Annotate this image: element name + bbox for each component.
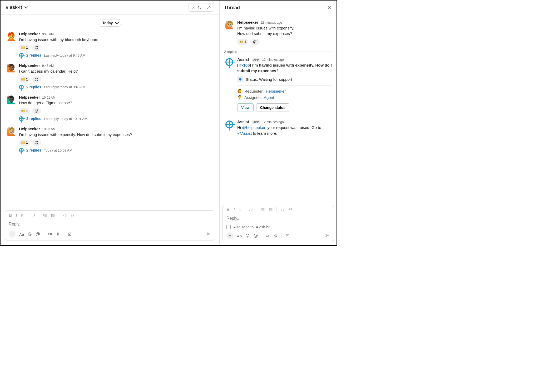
attach-button[interactable]: + — [226, 232, 233, 239]
mention[interactable]: @helpseeker — [242, 125, 265, 130]
mic-button[interactable] — [56, 232, 60, 236]
add-reaction-button[interactable] — [250, 39, 259, 45]
avatar[interactable]: 🧑‍🦰 — [6, 31, 16, 42]
channel-title[interactable]: # ask-it — [6, 5, 27, 10]
italic-button[interactable]: I — [16, 213, 17, 218]
chevron-down-icon — [115, 21, 119, 24]
mention[interactable]: @Assist — [237, 131, 252, 135]
bold-button[interactable]: B — [226, 207, 230, 212]
lifesaver-icon — [19, 148, 24, 153]
reaction[interactable]: 🎫 1 — [19, 44, 30, 51]
avatar[interactable]: 🙋🏿‍♂️ — [6, 95, 16, 105]
thread-summary[interactable]: 2 replies Last reply today at 9:48 AM — [19, 85, 214, 89]
code-button[interactable] — [280, 208, 285, 212]
message-text: I’m having issues with expensify. How do… — [19, 132, 214, 138]
reaction-emoji: 🎫 — [21, 46, 25, 49]
bullet-list-button[interactable] — [269, 208, 273, 212]
view-button[interactable]: View — [237, 103, 254, 112]
svg-point-1 — [208, 6, 209, 7]
also-send-checkbox[interactable] — [226, 225, 231, 229]
send-button[interactable] — [206, 231, 211, 237]
timestamp[interactable]: 9:48 AM — [42, 64, 54, 68]
author[interactable]: Helpseeker — [19, 63, 40, 68]
emoji-button[interactable] — [245, 234, 250, 238]
italic-button[interactable]: I — [233, 207, 235, 212]
link-button[interactable] — [249, 208, 253, 212]
close-button[interactable]: ✕ — [326, 4, 332, 12]
timestamp[interactable]: 10:03 AM — [42, 127, 56, 132]
author[interactable]: Helpseeker — [19, 126, 40, 132]
mic-button[interactable] — [274, 234, 278, 238]
attach-button[interactable]: + — [9, 231, 16, 238]
svg-point-7 — [37, 79, 37, 79]
emoji-button[interactable] — [28, 232, 32, 236]
author[interactable]: Helpseeker — [19, 95, 40, 100]
action-buttons: View Change status — [237, 103, 332, 112]
bold-button[interactable]: B — [9, 213, 12, 218]
day-pill[interactable]: Today — [98, 19, 122, 27]
shortcut-button[interactable] — [285, 234, 290, 238]
reply-input[interactable] — [223, 213, 334, 223]
mention-button[interactable]: @ — [253, 233, 258, 238]
author[interactable]: Assist — [237, 57, 249, 62]
app-badge: APP — [252, 120, 260, 124]
channel-pane: # ask-it 45 Today 🧑‍� — [1, 1, 220, 245]
assist-avatar[interactable] — [224, 119, 235, 130]
thread-root-message: 🙋🏼 Helpseeker 12 minutes ago I’m having … — [223, 19, 333, 49]
strike-button[interactable]: S — [21, 213, 23, 218]
ordered-list-button[interactable] — [261, 208, 265, 212]
timestamp[interactable]: 12 minutes ago — [262, 120, 284, 124]
assist-avatar[interactable] — [224, 57, 235, 67]
strike-button[interactable]: S — [239, 208, 241, 212]
timestamp[interactable]: 9:45 AM — [42, 32, 54, 37]
reaction[interactable]: 🎫1 — [19, 108, 30, 114]
member-count[interactable]: 45 — [189, 3, 204, 11]
also-send-row[interactable]: Also send to # ask-hr — [223, 223, 334, 231]
requester-value[interactable]: Helpseeker — [266, 89, 286, 93]
issue-link[interactable]: IT-106 — [239, 63, 250, 67]
author[interactable]: Helpseeker — [237, 20, 258, 25]
avatar[interactable]: 🙋🏼 — [6, 126, 16, 137]
thread-summary[interactable]: 2 replies Today at 10:03 AM — [19, 148, 214, 153]
timestamp[interactable]: 12 minutes ago — [260, 21, 282, 25]
assignee-value[interactable]: Agent — [264, 95, 274, 100]
avatar[interactable]: 🙋🏾 — [6, 63, 16, 73]
thread-title: Thread — [224, 5, 240, 11]
codeblock-button[interactable] — [71, 213, 75, 218]
avatar[interactable]: 🙋🏼 — [224, 20, 235, 30]
add-reaction-button[interactable] — [32, 44, 41, 51]
svg-point-27 — [269, 209, 269, 210]
add-reaction-button[interactable] — [32, 108, 41, 114]
message: 🧑‍🦰 Helpseeker 9:45 AM I’m having issues… — [2, 30, 218, 61]
reaction[interactable]: 🎫1 — [237, 39, 248, 45]
svg-point-8 — [35, 110, 38, 113]
codeblock-button[interactable] — [288, 208, 293, 212]
format-toggle-button[interactable]: Aa — [19, 232, 24, 237]
mention-button[interactable]: @ — [36, 232, 40, 237]
shortcut-button[interactable] — [68, 232, 72, 236]
add-member-button[interactable] — [204, 3, 214, 11]
reaction[interactable]: 🎫1 — [19, 76, 30, 83]
message: 🙋🏾 Helpseeker 9:48 AM I can’t access my … — [2, 61, 218, 93]
video-button[interactable] — [48, 232, 52, 236]
thread-summary[interactable]: 2 replies Last reply today at 9:45 AM — [19, 53, 214, 58]
send-button[interactable] — [325, 233, 330, 239]
author[interactable]: Assist — [237, 119, 249, 124]
link-button[interactable] — [31, 213, 35, 218]
add-reaction-button[interactable] — [32, 76, 41, 83]
author[interactable]: Helpseeker — [19, 31, 40, 37]
timestamp[interactable]: 12 minutes ago — [262, 58, 284, 62]
svg-point-13 — [37, 142, 37, 143]
thread-summary[interactable]: 2 replies Last reply today at 10:01 AM — [19, 116, 214, 121]
message-body: Helpseeker 9:45 AM I’m having issues wit… — [19, 31, 214, 58]
reaction[interactable]: 🎫1 — [19, 139, 30, 146]
timestamp[interactable]: 10:01 AM — [42, 96, 56, 100]
ordered-list-button[interactable] — [43, 213, 47, 218]
reply-input[interactable] — [5, 219, 215, 229]
add-reaction-button[interactable] — [32, 139, 41, 146]
change-status-button[interactable]: Change status — [256, 103, 289, 112]
code-button[interactable] — [63, 213, 67, 218]
bullet-list-button[interactable] — [51, 213, 55, 218]
video-button[interactable] — [266, 234, 270, 238]
format-toggle-button[interactable]: Aa — [237, 234, 242, 238]
